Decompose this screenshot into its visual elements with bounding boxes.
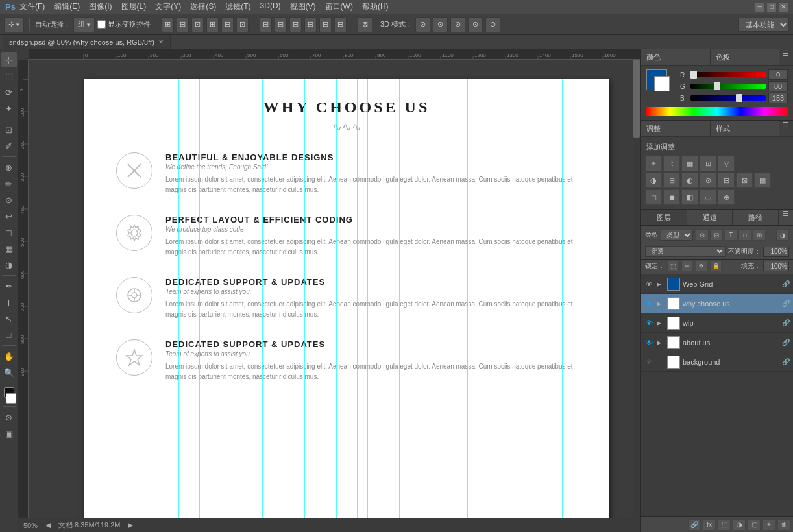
color-spectrum[interactable] xyxy=(646,107,788,116)
zoom-tool[interactable]: 🔍 xyxy=(1,365,17,380)
align-right-btn[interactable]: ⊡ xyxy=(191,17,204,32)
history-brush-tool[interactable]: ↩ xyxy=(1,208,17,224)
channels-tab[interactable]: 通道 xyxy=(687,210,733,225)
r-value-input[interactable]: 0 xyxy=(768,69,788,80)
adj-panel-menu[interactable]: ☰ xyxy=(779,121,793,136)
adj-photo-filter-btn[interactable]: ⊙ xyxy=(700,173,716,188)
3d-btn-2[interactable]: ⊙ xyxy=(433,17,448,32)
menu-help[interactable]: 帮助(H) xyxy=(362,1,389,12)
move-tool[interactable]: ⊹ xyxy=(1,52,17,67)
adj-vibrance-btn[interactable]: ▽ xyxy=(718,156,735,171)
layer-eye-wip[interactable]: 👁 xyxy=(644,318,654,328)
layer-eye-background[interactable]: 👁 xyxy=(644,357,654,367)
menu-3d[interactable]: 3D(D) xyxy=(260,1,281,12)
layer-link-about-us[interactable]: 🔗 xyxy=(781,338,790,347)
hand-tool[interactable]: ✋ xyxy=(1,348,17,364)
menu-edit[interactable]: 编辑(E) xyxy=(54,1,80,12)
filter-toggle-btn[interactable]: ◑ xyxy=(776,229,789,241)
red-slider-track[interactable] xyxy=(690,72,766,77)
layer-web-grid[interactable]: 👁 ▶ Web Grid 🔗 xyxy=(641,274,793,294)
3d-btn-1[interactable]: ⊙ xyxy=(415,17,430,32)
b-value-input[interactable]: 153 xyxy=(768,93,788,103)
tab-close-icon[interactable]: ✕ xyxy=(158,38,164,45)
link-layers-btn[interactable]: 🔗 xyxy=(688,519,701,531)
green-slider-thumb[interactable] xyxy=(714,82,720,90)
brush-tool[interactable]: ✏ xyxy=(1,176,17,191)
layer-link-wip[interactable]: 🔗 xyxy=(781,319,790,328)
color-tab[interactable]: 颜色 xyxy=(641,49,711,65)
vertical-scrollbar[interactable] xyxy=(633,60,640,518)
new-layer-btn[interactable]: + xyxy=(762,519,775,531)
canvas-scroll-area[interactable]: WHY CHOOSE US ∿∿∿ BEAUTIFUL xyxy=(29,60,640,518)
menu-select[interactable]: 选择(S) xyxy=(190,1,216,12)
adj-hsl-btn[interactable]: ◑ xyxy=(645,173,662,188)
filter-type-btn[interactable]: T xyxy=(724,229,737,241)
transform-checkbox[interactable] xyxy=(97,20,106,29)
paths-tab[interactable]: 路径 xyxy=(733,210,779,225)
fill-input[interactable] xyxy=(763,261,789,271)
menu-filter[interactable]: 滤镜(T) xyxy=(225,1,250,12)
auto-align-btn[interactable]: ⊠ xyxy=(358,17,372,32)
3d-btn-5[interactable]: ⊙ xyxy=(485,17,500,32)
distribute-btn-6[interactable]: ⊟ xyxy=(334,17,347,32)
layer-link-web-grid[interactable]: 🔗 xyxy=(781,280,790,289)
align-top-btn[interactable]: ⊞ xyxy=(206,17,219,32)
layer-eye-web-grid[interactable]: 👁 xyxy=(644,279,654,289)
layer-background[interactable]: 👁 background 🔗 xyxy=(641,352,793,372)
layer-eye-why-choose-us[interactable]: 👁 xyxy=(644,298,654,309)
background-swatch[interactable] xyxy=(654,76,670,91)
align-center-v-btn[interactable]: ⊟ xyxy=(221,17,234,32)
select-tool[interactable]: ⬚ xyxy=(1,68,17,84)
distribute-btn-5[interactable]: ⊟ xyxy=(319,17,332,32)
quick-mask-toggle[interactable]: ⊙ xyxy=(1,409,17,425)
menu-type[interactable]: 文字(Y) xyxy=(155,1,181,12)
filter-smart-btn[interactable]: ⊞ xyxy=(753,229,766,241)
minimize-button[interactable]: ─ xyxy=(755,3,764,12)
filter-adjust-btn[interactable]: ⊟ xyxy=(710,229,723,241)
layer-expand-about-us[interactable]: ▶ xyxy=(657,339,665,346)
layers-panel-menu[interactable]: ☰ xyxy=(779,210,793,225)
delete-layer-btn[interactable]: 🗑 xyxy=(777,519,790,531)
layer-wip[interactable]: 👁 ▶ wip 🔗 xyxy=(641,313,793,333)
adj-levels-btn[interactable]: ▦ xyxy=(681,156,698,171)
layer-eye-about-us[interactable]: 👁 xyxy=(644,337,654,348)
background-color[interactable] xyxy=(6,393,16,404)
new-adjustment-btn[interactable]: ◑ xyxy=(733,519,746,531)
blue-slider-thumb[interactable] xyxy=(736,94,742,102)
lock-image-btn[interactable]: ✏ xyxy=(681,261,693,271)
menu-window[interactable]: 窗口(W) xyxy=(325,1,353,12)
clone-tool[interactable]: ⊙ xyxy=(1,192,17,208)
dodge-tool[interactable]: ◑ xyxy=(1,257,17,272)
adj-posterize-btn[interactable]: ◼ xyxy=(663,189,680,205)
lasso-tool[interactable]: ⟳ xyxy=(1,84,17,100)
workspace-select[interactable]: 基本功能 xyxy=(738,18,789,32)
menu-view[interactable]: 视图(V) xyxy=(290,1,316,12)
text-tool[interactable]: T xyxy=(1,295,17,310)
color-swatch-area[interactable] xyxy=(646,69,675,98)
eraser-tool[interactable]: ◻ xyxy=(1,224,17,240)
blue-slider-track[interactable] xyxy=(690,95,766,101)
nav-arrow-left[interactable]: ◀ xyxy=(45,521,51,529)
adj-color-lookup-btn[interactable]: ⊠ xyxy=(736,173,753,188)
blend-mode-select[interactable]: 穿透 xyxy=(645,246,726,257)
layer-expand-wip[interactable]: ▶ xyxy=(657,320,665,326)
lock-position-btn[interactable]: ✥ xyxy=(696,261,707,271)
red-slider-thumb[interactable] xyxy=(690,71,697,79)
color-panel-menu[interactable]: ☰ xyxy=(779,49,793,65)
screen-mode-btn[interactable]: ▣ xyxy=(1,426,17,441)
crop-tool[interactable]: ⊡ xyxy=(1,122,17,138)
nav-arrow-right[interactable]: ▶ xyxy=(128,521,133,529)
pen-tool[interactable]: ✒ xyxy=(1,278,17,294)
3d-btn-3[interactable]: ⊙ xyxy=(450,17,465,32)
styles-tab[interactable]: 样式 xyxy=(711,121,779,136)
adj-channel-mixer-btn[interactable]: ⊟ xyxy=(718,173,735,188)
adj-colorbalance-btn[interactable]: ⊞ xyxy=(663,173,680,188)
adj-tab[interactable]: 调整 xyxy=(641,121,711,136)
distribute-btn-2[interactable]: ⊟ xyxy=(274,17,287,32)
menu-layer[interactable]: 图层(L) xyxy=(121,1,147,12)
group-select-btn[interactable]: 组 ▾ xyxy=(73,17,95,32)
adj-curves-btn[interactable]: ⌇ xyxy=(663,156,680,171)
swatches-tab[interactable]: 色板 xyxy=(711,49,779,65)
menu-image[interactable]: 图像(I) xyxy=(89,1,112,12)
scroll-thumb[interactable] xyxy=(633,60,640,138)
